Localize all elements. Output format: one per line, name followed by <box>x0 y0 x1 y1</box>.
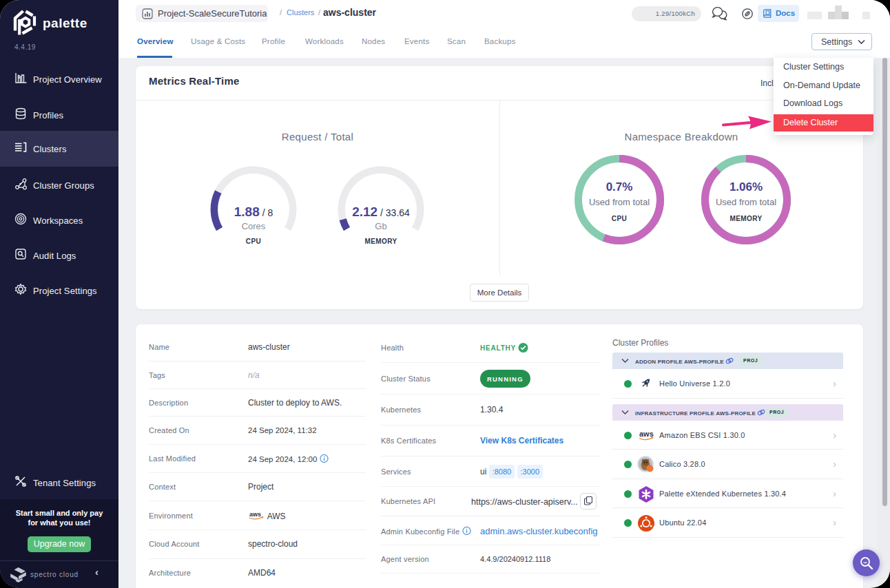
svg-text:aws: aws <box>639 430 654 438</box>
svg-text:aws: aws <box>249 511 261 518</box>
